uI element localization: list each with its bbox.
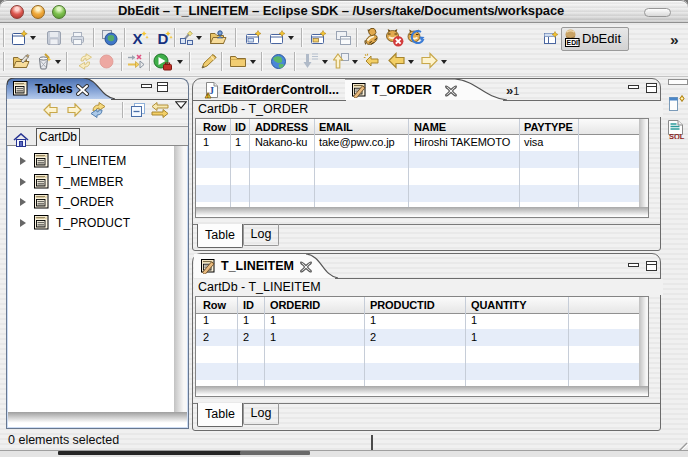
svg-text:X: X — [133, 30, 143, 47]
svg-text:EDIT: EDIT — [567, 39, 580, 46]
svg-text:SQL: SQL — [669, 132, 685, 140]
svg-text:D: D — [158, 30, 169, 47]
svg-text:J: J — [209, 85, 214, 96]
